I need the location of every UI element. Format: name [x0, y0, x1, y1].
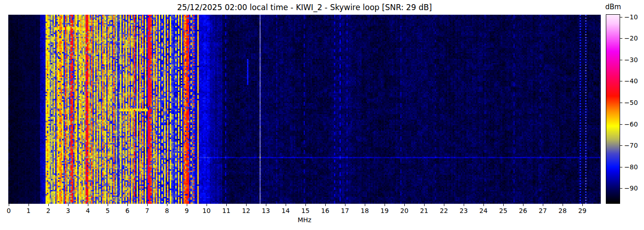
x-tick-label: 23	[460, 207, 468, 214]
x-tick-label: 29	[578, 207, 586, 214]
x-tick	[167, 204, 167, 206]
x-tick	[385, 204, 385, 206]
colorbar-tick-label: −30	[624, 56, 638, 63]
colorbar-tick	[620, 145, 622, 146]
x-tick	[9, 204, 9, 206]
colorbar-tick-label: −80	[624, 163, 638, 171]
colorbar-tick	[620, 81, 622, 81]
colorbar-tick	[620, 188, 622, 189]
x-tick	[325, 204, 326, 206]
x-tick	[48, 204, 49, 206]
x-tick-label: 28	[558, 207, 567, 214]
x-tick	[404, 204, 405, 206]
x-tick	[207, 204, 207, 206]
x-tick-label: 26	[519, 207, 527, 214]
spectrogram-canvas	[8, 15, 601, 204]
colorbar-tick	[620, 167, 622, 167]
x-tick-label: 16	[321, 207, 329, 214]
x-tick-label: 9	[185, 207, 189, 214]
x-tick	[226, 204, 227, 206]
x-tick	[523, 204, 523, 206]
colorbar-canvas	[606, 14, 620, 204]
colorbar-label: dBm	[600, 3, 626, 11]
x-tick-label: 18	[361, 207, 369, 214]
x-tick-label: 14	[282, 207, 290, 214]
x-tick-label: 7	[145, 207, 150, 214]
x-tick	[345, 204, 345, 206]
colorbar-tick-label: −10	[624, 13, 638, 21]
x-tick-label: 24	[479, 207, 488, 214]
x-tick	[108, 204, 108, 206]
x-tick-label: 25	[499, 207, 507, 214]
x-tick	[266, 204, 266, 206]
x-tick	[582, 204, 583, 206]
x-tick-label: 10	[202, 207, 211, 214]
colorbar-tick-label: −90	[624, 184, 638, 192]
x-tick-label: 13	[262, 207, 270, 214]
x-tick-label: 1	[27, 207, 31, 214]
x-tick-label: 21	[420, 207, 428, 214]
x-tick-label: 2	[46, 207, 51, 214]
x-tick-label: 27	[539, 207, 547, 214]
x-tick-label: 5	[106, 207, 110, 214]
chart-title: 25/12/2025 02:00 local time - KIWI_2 - S…	[8, 3, 601, 12]
x-tick	[29, 204, 29, 206]
x-tick-label: 20	[400, 207, 408, 214]
colorbar-tick-label: −20	[624, 34, 638, 42]
colorbar-tick-label: −60	[624, 121, 638, 128]
colorbar-tick	[620, 38, 622, 39]
x-tick-label: 11	[222, 207, 230, 214]
colorbar-tick	[620, 103, 622, 103]
x-tick-label: 8	[165, 207, 169, 214]
x-tick-label: 0	[7, 207, 11, 214]
x-tick	[187, 204, 187, 206]
x-tick	[464, 204, 464, 206]
x-tick-label: 19	[380, 207, 389, 214]
colorbar-tick	[620, 60, 622, 60]
x-tick	[503, 204, 504, 206]
x-tick	[483, 204, 484, 206]
x-tick-label: 22	[440, 207, 448, 214]
x-tick	[147, 204, 148, 206]
x-tick	[246, 204, 247, 206]
colorbar-tick-label: −70	[624, 142, 638, 149]
colorbar-tick-label: −50	[624, 99, 638, 106]
x-tick	[543, 204, 543, 206]
x-tick-label: 17	[341, 207, 349, 214]
x-tick	[444, 204, 444, 206]
x-tick	[365, 204, 365, 206]
x-axis-label: MHz	[8, 216, 601, 224]
colorbar-tick	[620, 17, 622, 17]
x-tick	[563, 204, 563, 206]
x-tick	[88, 204, 88, 206]
waterfall-figure: 25/12/2025 02:00 local time - KIWI_2 - S…	[0, 0, 644, 230]
x-tick-label: 3	[66, 207, 70, 214]
x-tick	[424, 204, 425, 206]
x-tick	[68, 204, 69, 206]
x-tick-label: 15	[301, 207, 310, 214]
x-tick-label: 4	[86, 207, 90, 214]
colorbar-tick-label: −40	[624, 77, 638, 85]
x-tick	[127, 204, 128, 206]
x-tick-label: 12	[242, 207, 250, 214]
x-tick-label: 6	[126, 207, 130, 214]
x-tick	[286, 204, 286, 206]
x-tick	[305, 204, 306, 206]
colorbar-tick	[620, 124, 622, 125]
